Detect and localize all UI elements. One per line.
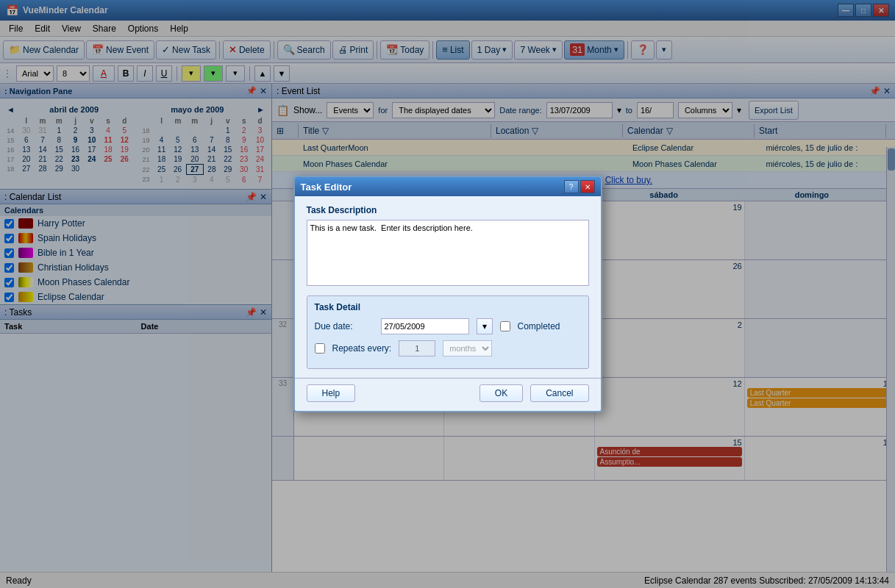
- repeats-label: Repeats every:: [332, 343, 392, 354]
- due-date-picker-btn[interactable]: ▾: [477, 318, 493, 334]
- dialog-overlay: Task Editor ? ✕ Task Description This is…: [0, 0, 895, 588]
- task-dialog-title: Task Editor: [301, 182, 352, 193]
- due-date-label: Due date:: [315, 321, 374, 331]
- task-dialog-close-btn[interactable]: ✕: [580, 180, 595, 193]
- repeat-num-input[interactable]: [399, 340, 435, 356]
- task-ok-button[interactable]: OK: [479, 384, 523, 402]
- task-detail-label: Task Detail: [315, 302, 581, 312]
- completed-label: Completed: [518, 321, 560, 331]
- task-dialog-help-btn[interactable]: ?: [564, 180, 579, 193]
- task-description-textarea[interactable]: This is a new task. Enter its descriptio…: [307, 220, 589, 286]
- task-cancel-button[interactable]: Cancel: [530, 384, 588, 402]
- task-dialog-footer: Help OK Cancel: [295, 378, 601, 411]
- repeats-checkbox[interactable]: [315, 343, 325, 354]
- task-dialog-body: Task Description This is a new task. Ent…: [295, 196, 601, 378]
- task-dialog-titlebar: Task Editor ? ✕: [295, 177, 601, 196]
- completed-checkbox[interactable]: [500, 321, 510, 331]
- repeats-row: Repeats every: months days weeks years: [315, 340, 581, 356]
- task-help-button[interactable]: Help: [307, 384, 356, 402]
- due-date-input[interactable]: [381, 318, 469, 334]
- task-detail-section: Task Detail Due date: ▾ Completed Repeat…: [307, 295, 589, 369]
- task-description-label: Task Description: [307, 205, 589, 215]
- due-date-row: Due date: ▾ Completed: [315, 318, 581, 334]
- repeat-unit-select[interactable]: months days weeks years: [443, 340, 492, 356]
- task-dialog: Task Editor ? ✕ Task Description This is…: [293, 176, 602, 412]
